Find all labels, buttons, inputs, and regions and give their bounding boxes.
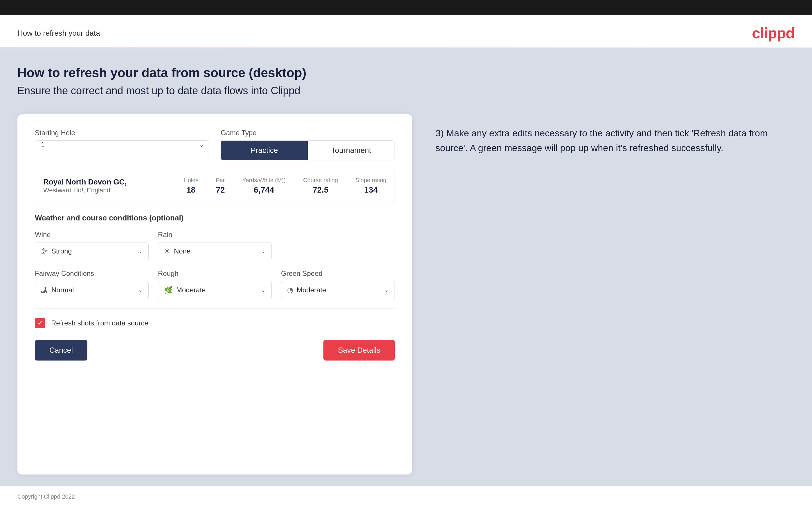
green-speed-icon: ◔	[287, 286, 293, 294]
rain-select[interactable]: ☀ None ⌄	[158, 242, 272, 260]
refresh-label: Refresh shots from data source	[51, 319, 148, 327]
header-bar: How to refresh your data clippd	[0, 15, 812, 48]
wind-label: Wind	[35, 231, 149, 239]
practice-button[interactable]: Practice	[221, 141, 308, 160]
yards-label: Yards/White (M))	[242, 177, 286, 184]
green-speed-group: Green Speed ◔ Moderate ⌄	[281, 270, 395, 299]
save-button[interactable]: Save Details	[323, 340, 395, 360]
rain-value: None	[174, 247, 261, 255]
course-location: Westward Ho!, England	[43, 186, 166, 194]
rough-label: Rough	[158, 270, 272, 278]
slope-rating-label: Slope rating	[355, 177, 387, 184]
main-content: Starting Hole 1 ⌄ Game Type Practice Tou…	[17, 114, 795, 474]
course-row: Royal North Devon GC, Westward Ho!, Engl…	[35, 170, 395, 202]
fairway-value: Normal	[51, 286, 138, 294]
holes-value: 18	[184, 185, 198, 194]
refresh-checkbox-row: ✓ Refresh shots from data source	[35, 318, 395, 328]
wind-arrow-icon: ⌄	[138, 248, 143, 255]
fairway-icon: 🏞	[41, 286, 48, 294]
wind-icon: 🌫	[41, 247, 48, 255]
holes-label: Holes	[184, 177, 198, 184]
rain-group: Rain ☀ None ⌄	[158, 231, 272, 260]
conditions-row-1: Wind 🌫 Strong ⌄ Rain ☀ None ⌄	[35, 231, 395, 260]
rain-icon: ☀	[164, 247, 170, 255]
holes-stat: Holes 18	[184, 177, 198, 194]
fairway-group: Fairway Conditions 🏞 Normal ⌄	[35, 270, 149, 299]
rough-value: Moderate	[176, 286, 261, 294]
footer: Copyright Clippd 2022	[0, 486, 812, 507]
starting-hole-value: 1	[35, 135, 59, 154]
tournament-button[interactable]: Tournament	[308, 141, 395, 160]
rough-arrow-icon: ⌄	[261, 287, 266, 293]
rain-arrow-icon: ⌄	[261, 248, 266, 255]
cancel-button[interactable]: Cancel	[35, 340, 87, 360]
starting-hole-select-wrapper[interactable]: 1 ⌄	[35, 140, 209, 149]
fairway-label: Fairway Conditions	[35, 270, 149, 278]
copyright-text: Copyright Clippd 2022	[17, 493, 75, 500]
page-subheading: Ensure the correct and most up to date d…	[17, 85, 795, 97]
card-panel: Starting Hole 1 ⌄ Game Type Practice Tou…	[17, 114, 412, 474]
side-instruction-text: 3) Make any extra edits necessary to the…	[436, 126, 795, 156]
conditions-title: Weather and course conditions (optional)	[35, 214, 395, 222]
conditions-row-2: Fairway Conditions 🏞 Normal ⌄ Rough 🌿 Mo…	[35, 270, 395, 299]
green-speed-arrow-icon: ⌄	[385, 287, 389, 293]
checkmark-icon: ✓	[38, 319, 43, 327]
starting-hole-arrow-icon: ⌄	[199, 141, 204, 148]
header-title: How to refresh your data	[17, 29, 100, 38]
course-rating-stat: Course rating 72.5	[303, 177, 338, 194]
fairway-select[interactable]: 🏞 Normal ⌄	[35, 281, 149, 299]
game-type-group: Game Type Practice Tournament	[221, 129, 395, 160]
yards-stat: Yards/White (M)) 6,744	[242, 177, 286, 194]
wind-value: Strong	[51, 247, 138, 255]
course-info: Royal North Devon GC, Westward Ho!, Engl…	[43, 177, 166, 194]
game-type-label: Game Type	[221, 129, 395, 137]
par-value: 72	[216, 185, 225, 194]
course-rating-value: 72.5	[303, 185, 338, 194]
rough-select[interactable]: 🌿 Moderate ⌄	[158, 281, 272, 299]
refresh-checkbox[interactable]: ✓	[35, 318, 45, 328]
main-container: How to refresh your data clippd How to r…	[0, 15, 812, 507]
wind-group: Wind 🌫 Strong ⌄	[35, 231, 149, 260]
green-speed-select[interactable]: ◔ Moderate ⌄	[281, 281, 395, 299]
action-row: Cancel Save Details	[35, 340, 395, 360]
par-label: Par	[216, 177, 225, 184]
slope-rating-value: 134	[355, 185, 387, 194]
divider	[35, 308, 395, 308]
course-rating-label: Course rating	[303, 177, 338, 184]
wind-select[interactable]: 🌫 Strong ⌄	[35, 242, 149, 260]
content-area: How to refresh your data from source (de…	[0, 48, 812, 486]
starting-hole-label: Starting Hole	[35, 129, 209, 137]
course-name: Royal North Devon GC,	[43, 177, 166, 186]
slope-rating-stat: Slope rating 134	[355, 177, 387, 194]
side-text-panel: 3) Make any extra edits necessary to the…	[436, 114, 795, 474]
rough-group: Rough 🌿 Moderate ⌄	[158, 270, 272, 299]
fairway-arrow-icon: ⌄	[138, 287, 143, 293]
par-stat: Par 72	[216, 177, 225, 194]
green-speed-value: Moderate	[297, 286, 385, 294]
top-bar	[0, 0, 812, 15]
rough-icon: 🌿	[164, 286, 173, 294]
game-type-buttons: Practice Tournament	[221, 140, 395, 160]
starting-hole-group: Starting Hole 1 ⌄	[35, 129, 209, 160]
page-heading: How to refresh your data from source (de…	[17, 65, 795, 80]
logo: clippd	[752, 24, 795, 42]
green-speed-label: Green Speed	[281, 270, 395, 278]
rain-label: Rain	[158, 231, 272, 239]
yards-value: 6,744	[242, 185, 286, 194]
top-form-row: Starting Hole 1 ⌄ Game Type Practice Tou…	[35, 129, 395, 160]
